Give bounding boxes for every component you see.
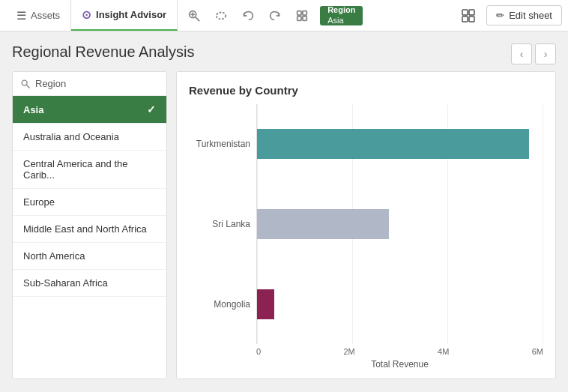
x-axis-title: Total Revenue [256, 359, 543, 370]
chart-inner: Turkmenistan Sri Lanka Mongolia [189, 104, 543, 344]
page-title: Regional Revenue Analysis [12, 43, 556, 61]
redo-icon-btn[interactable] [263, 4, 287, 28]
zoom-icon-btn[interactable] [182, 4, 206, 28]
svg-rect-5 [297, 10, 301, 14]
svg-point-4 [217, 12, 226, 19]
toolbar-tool-icons [182, 4, 314, 28]
region-pill-value: Asia [327, 16, 355, 25]
grid-icon-btn[interactable] [456, 4, 480, 28]
list-item-label: North America [23, 250, 85, 262]
list-item-label: Australia and Oceania [23, 131, 119, 142]
edit-sheet-button[interactable]: ✏ Edit sheet [486, 5, 562, 25]
x-axis-labels: 0 2M 4M 6M [256, 347, 543, 358]
bar-row-turkmenistan [257, 121, 543, 166]
x-axis-area: 0 2M 4M 6M Total Revenue [189, 344, 543, 370]
bar-turkmenistan[interactable] [257, 129, 529, 159]
search-box[interactable]: Region [13, 72, 166, 96]
tab-assets[interactable]: ☰ Assets [6, 0, 71, 31]
bar-mongolia[interactable] [257, 289, 274, 319]
insight-icon: ⊙ [82, 8, 91, 22]
svg-rect-9 [462, 10, 468, 15]
undo-icon-btn[interactable] [236, 4, 260, 28]
y-label-turkmenistan: Turkmenistan [196, 139, 250, 149]
x-label-4m: 4M [438, 347, 449, 356]
list-item-label: Central America and the Carib... [23, 158, 127, 181]
chart-title: Revenue by Country [189, 84, 543, 97]
region-pill-title: Region [327, 5, 355, 15]
svg-rect-10 [469, 10, 474, 15]
edit-pencil-icon: ✏ [496, 10, 504, 21]
checkmark-icon: ✓ [147, 103, 156, 115]
list-item-north-america[interactable]: North America [13, 243, 166, 270]
y-label-mongolia: Mongolia [214, 299, 250, 310]
toolbar: ☰ Assets ⊙ Insight Advisor Region Asia [0, 0, 568, 31]
svg-rect-7 [297, 16, 301, 19]
bar-row-srilanka [257, 202, 543, 247]
next-page-button[interactable]: › [535, 43, 556, 64]
prev-page-button[interactable]: ‹ [511, 43, 532, 64]
left-filter-panel: Region Asia ✓ Australia and Oceania Cent… [12, 71, 167, 379]
bar-srilanka[interactable] [257, 209, 389, 239]
assets-label: Assets [31, 10, 60, 21]
bars-container [256, 104, 543, 344]
x-label-2m: 2M [343, 347, 354, 356]
list-item-europe[interactable]: Europe [13, 189, 166, 216]
chart-area: Turkmenistan Sri Lanka Mongolia [189, 104, 543, 370]
svg-line-14 [26, 85, 29, 88]
list-item-middle-east[interactable]: Middle East and North Africa [13, 216, 166, 243]
chart-panel: Revenue by Country Turkmenistan Sri Lank… [176, 71, 556, 379]
insight-advisor-label: Insight Advisor [96, 9, 166, 20]
y-label-srilanka: Sri Lanka [212, 219, 250, 229]
svg-rect-12 [469, 16, 474, 22]
list-item-label: Europe [23, 196, 55, 208]
svg-point-13 [22, 80, 27, 85]
x-label-0: 0 [256, 347, 261, 356]
svg-line-1 [196, 16, 199, 20]
svg-rect-11 [462, 16, 468, 22]
list-item-label: Middle East and North Africa [23, 223, 147, 235]
lasso-icon-btn[interactable] [209, 4, 233, 28]
list-item-australia[interactable]: Australia and Oceania [13, 124, 166, 151]
list-item-label: Sub-Saharan Africa [23, 277, 108, 289]
assets-icon: ☰ [16, 9, 26, 22]
svg-rect-8 [303, 16, 306, 19]
main-area: Region Asia ✓ Australia and Oceania Cent… [12, 71, 556, 379]
y-axis-labels: Turkmenistan Sri Lanka Mongolia [189, 104, 256, 344]
region-pill[interactable]: Region Asia [320, 6, 363, 25]
select-icon-btn[interactable] [290, 4, 314, 28]
page-content: Regional Revenue Analysis ‹ › Region Asi… [0, 31, 568, 392]
edit-sheet-label: Edit sheet [509, 10, 552, 21]
list-item-central-america[interactable]: Central America and the Carib... [13, 151, 166, 189]
svg-rect-6 [303, 10, 306, 14]
search-icon [20, 79, 31, 89]
page-navigation: ‹ › [511, 43, 556, 64]
list-item-asia[interactable]: Asia ✓ [13, 96, 166, 124]
bar-row-mongolia [257, 282, 543, 327]
list-item-label: Asia [23, 104, 43, 115]
tab-insight-advisor[interactable]: ⊙ Insight Advisor [71, 0, 178, 31]
search-label: Region [35, 78, 66, 89]
x-label-6m: 6M [532, 347, 543, 356]
list-item-sub-saharan[interactable]: Sub-Saharan Africa [13, 270, 166, 297]
